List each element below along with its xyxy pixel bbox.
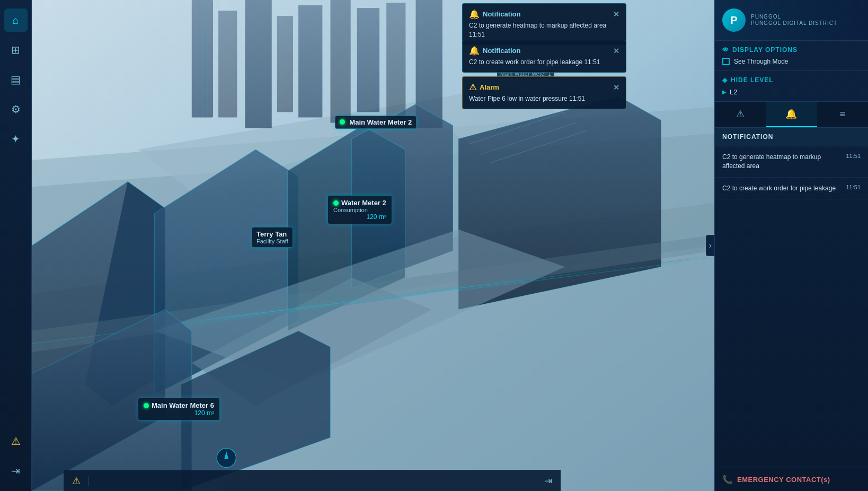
app-container: ⌂ ⊞ ▤ ⚙ ✦ ⚠ ⇥ (0, 0, 868, 491)
map-notif-1[interactable]: 🔔 Notification ✕ C2 to generate heatmap … (462, 3, 626, 45)
emergency-contacts-section[interactable]: 📞 EMERGENCY CONTACT(s) (715, 468, 868, 491)
see-through-checkbox[interactable] (722, 58, 730, 65)
marker-value-1: 120 m³ (333, 213, 386, 221)
map-marker-terry-tan[interactable]: Terry Tan Facility Staff (252, 227, 293, 248)
notif-body-2: C2 to create work order for pipe leakage… (469, 58, 619, 67)
logo-letter: P (730, 14, 737, 27)
notification-item-2[interactable]: C2 to create work order for pipe leakage… (715, 178, 868, 200)
level-label: L2 (730, 88, 737, 96)
notification-panel-title: NOTIFICATION (722, 133, 861, 141)
map-notif-2[interactable]: 🔔 Notification ✕ C2 to create work order… (462, 40, 626, 73)
map-notif-alarm[interactable]: ⚠ Alarm ✕ Water Pipe 6 low in water pres… (462, 76, 626, 109)
marker-header-6: Main Water Meter 6 (144, 401, 214, 409)
eye-icon: 👁 (722, 46, 729, 54)
emergency-label: EMERGENCY CONTACT(s) (737, 476, 830, 484)
tab-alarm[interactable]: ⚠ (715, 102, 766, 127)
chevron-right-icon: › (709, 241, 712, 250)
tab-bar: ⚠ 🔔 ≡ (715, 102, 868, 128)
see-through-mode-option[interactable]: See Through Mode (722, 58, 861, 65)
sidebar-item-advanced[interactable]: ✦ (4, 127, 28, 151)
map-marker-main-water-meter-6[interactable]: Main Water Meter 6 120 m² (138, 398, 220, 420)
notif-body-1: C2 to generate heatmap to markup affecte… (469, 21, 619, 39)
notif-close-alarm[interactable]: ✕ (613, 83, 619, 92)
marker-dot-6 (144, 403, 149, 408)
notification-list[interactable]: C2 to generate heatmap to markup affecte… (715, 146, 868, 468)
notif-header-2: 🔔 Notification ✕ (469, 46, 619, 56)
alert-icon: ⚠ (11, 435, 21, 448)
right-sidebar: P PUNGGOL Punggol Digital District 👁 DIS… (714, 0, 868, 491)
notif-header-1: 🔔 Notification ✕ (469, 9, 619, 19)
marker-value-6: 120 m² (144, 409, 214, 417)
tab-notification[interactable]: 🔔 (766, 102, 817, 127)
notif-header-alarm: ⚠ Alarm ✕ (469, 82, 619, 92)
svg-rect-11 (330, 0, 350, 123)
alert-separator: | (87, 475, 90, 487)
layers-icon: ◈ (722, 76, 728, 84)
brand-name-line2: Punggol Digital District (751, 20, 837, 27)
map-marker-water-meter-2[interactable]: Water Meter 2 Consumption 120 m³ (327, 195, 392, 224)
brand-logo: P (722, 8, 746, 32)
advanced-icon: ✦ (11, 133, 20, 145)
notif-body-alarm: Water Pipe 6 low in water pressure 11:51 (469, 94, 619, 103)
sidebar-item-grid[interactable]: ⊞ (4, 38, 28, 62)
see-through-label: See Through Mode (734, 58, 789, 65)
notif-item-text-1: C2 to generate heatmap to markup affecte… (722, 153, 842, 171)
bottom-alert-icon: ⚠ (72, 475, 81, 487)
sidebar-item-exit[interactable]: ⇥ (4, 459, 28, 483)
marker-title-terry: Terry Tan (256, 230, 288, 238)
left-sidebar: ⌂ ⊞ ▤ ⚙ ✦ ⚠ ⇥ (0, 0, 32, 491)
notif-close-2[interactable]: ✕ (613, 47, 619, 55)
notif-item-time-2: 11:51 (846, 184, 861, 190)
marker-title-2: Main Water Meter 2 (349, 118, 412, 126)
notif-item-time-1: 11:51 (846, 153, 861, 159)
hide-level-title: ◈ HIDE LEVEL (722, 76, 861, 84)
notif-close-1[interactable]: ✕ (613, 10, 619, 19)
grid-icon: ⊞ (11, 43, 20, 56)
display-options-section: 👁 DISPLAY OPTIONS See Through Mode (715, 41, 868, 71)
svg-rect-10 (298, 5, 322, 117)
home-icon: ⌂ (12, 14, 19, 27)
notif-item-row-2: C2 to create work order for pipe leakage… (722, 184, 861, 193)
warn-icon-alarm: ⚠ (469, 82, 476, 92)
notification-tab-icon: 🔔 (785, 108, 797, 120)
alarm-tab-icon: ⚠ (736, 108, 745, 120)
display-options-title: 👁 DISPLAY OPTIONS (722, 46, 861, 54)
sidebar-collapse-button[interactable]: › (706, 235, 714, 256)
notif-item-row-1: C2 to generate heatmap to markup affecte… (722, 153, 861, 171)
map-marker-main-water-meter-2[interactable]: Main Water Meter 2 (335, 116, 417, 129)
bottom-alert-bar: ⚠ | ⇥ (64, 470, 561, 491)
brand-title: PUNGGOL Punggol Digital District (751, 14, 837, 27)
marker-title-6: Main Water Meter 6 (152, 401, 214, 409)
level-l2-item[interactable]: ▶ L2 (722, 88, 861, 96)
marker-header: Water Meter 2 (333, 199, 386, 207)
exit-icon: ⇥ (11, 464, 20, 477)
notif-title-alarm: ⚠ Alarm (469, 82, 499, 92)
map-area[interactable]: Main Water Meter 1 Main Water Meter 2 Wa… (32, 0, 714, 491)
notif-item-text-2: C2 to create work order for pipe leakage (722, 184, 842, 193)
marker-sub-1: Consumption (333, 207, 386, 213)
notif-title-1: 🔔 Notification (469, 9, 521, 19)
sidebar-bottom: ⚠ ⇥ (4, 426, 28, 486)
bell-icon-1: 🔔 (469, 9, 480, 19)
tab-list[interactable]: ≡ (817, 102, 868, 127)
svg-rect-9 (277, 16, 293, 112)
sidebar-item-alert[interactable]: ⚠ (4, 429, 28, 453)
notification-item-1[interactable]: C2 to generate heatmap to markup affecte… (715, 146, 868, 178)
sidebar-item-home[interactable]: ⌂ (4, 8, 28, 32)
hide-level-section: ◈ HIDE LEVEL ▶ L2 (715, 71, 868, 102)
marker-dot-1 (333, 200, 339, 206)
notif-title-2: 🔔 Notification (469, 46, 521, 56)
city-map-svg (32, 0, 714, 491)
marker-sub-terry: Facility Staff (256, 238, 288, 244)
bottom-alert-exit[interactable]: ⇥ (544, 475, 552, 487)
sidebar-item-analytics[interactable]: ▤ (4, 68, 28, 91)
play-icon: ▶ (722, 89, 727, 95)
chart-icon: ▤ (11, 73, 21, 86)
sidebar-item-settings[interactable]: ⚙ (4, 98, 28, 121)
svg-rect-13 (386, 3, 405, 117)
brand-name-line1: PUNGGOL (751, 14, 837, 20)
phone-icon: 📞 (722, 475, 733, 485)
brand-header: P PUNGGOL Punggol Digital District (715, 0, 868, 41)
svg-rect-8 (245, 0, 271, 128)
svg-rect-7 (218, 11, 237, 117)
